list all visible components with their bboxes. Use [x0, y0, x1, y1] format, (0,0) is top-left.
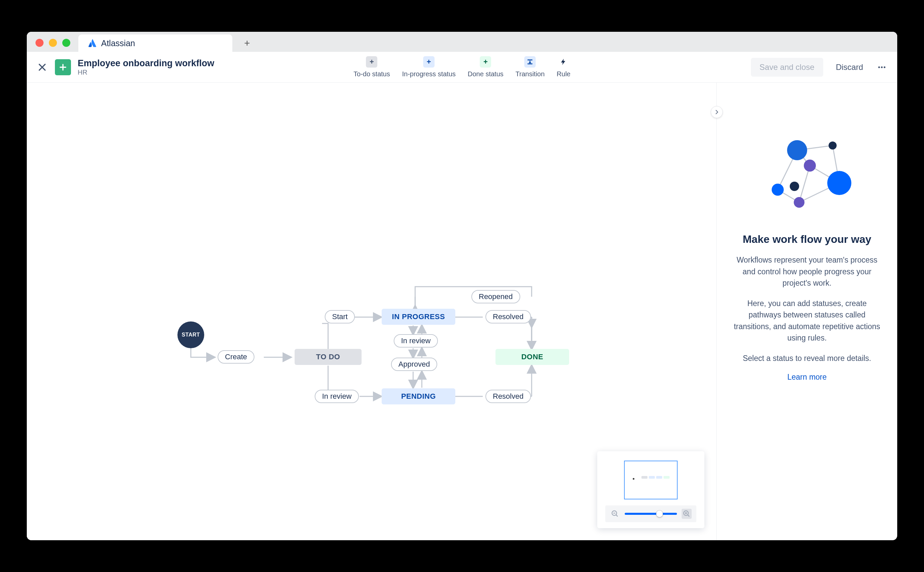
transition-approved[interactable]: Approved	[391, 358, 437, 371]
transition-start[interactable]: Start	[325, 310, 355, 323]
workflow-illustration	[757, 136, 857, 223]
learn-more-link[interactable]: Learn more	[787, 373, 827, 382]
lightning-icon	[558, 56, 569, 68]
svg-point-1	[881, 66, 882, 68]
zoom-out-button[interactable]	[610, 509, 620, 519]
status-todo[interactable]: TO DO	[294, 349, 361, 365]
status-in-progress[interactable]: IN PROGRESS	[382, 309, 455, 325]
transition-in-review-top[interactable]: In review	[394, 334, 438, 348]
svg-point-15	[804, 160, 816, 172]
plus-icon: +	[366, 56, 377, 68]
add-rule-button[interactable]: Rule	[557, 56, 570, 78]
transition-reopened[interactable]: Reopened	[471, 290, 520, 303]
window-controls	[36, 39, 70, 47]
svg-point-14	[829, 141, 837, 149]
zoom-controls	[605, 505, 697, 522]
add-todo-status-button[interactable]: + To-do status	[354, 56, 390, 78]
svg-point-19	[794, 197, 804, 208]
zoom-slider-thumb[interactable]	[656, 510, 663, 517]
status-done[interactable]: DONE	[496, 349, 569, 365]
atlassian-logo-icon	[88, 39, 97, 48]
plus-icon	[243, 39, 251, 47]
start-node[interactable]: START	[178, 322, 204, 348]
zoom-out-icon	[611, 510, 619, 518]
close-editor-button[interactable]	[36, 61, 48, 73]
zoom-slider[interactable]	[625, 513, 677, 515]
editor-toolbar: + To-do status + In-progress status + Do…	[354, 56, 570, 78]
more-actions-button[interactable]	[876, 61, 888, 73]
panel-paragraph: Here, you can add statuses, create pathw…	[729, 298, 885, 344]
minimap	[597, 451, 704, 528]
plus-icon	[58, 62, 68, 72]
panel-paragraph: Select a status to reveal more details.	[740, 353, 875, 364]
transition-create[interactable]: Create	[218, 350, 254, 364]
workflow-canvas[interactable]: START Create Start In review Approved In…	[27, 82, 717, 540]
new-tab-button[interactable]	[242, 39, 252, 48]
workflow-title: Employee onboarding workflow	[78, 58, 214, 68]
collapse-panel-button[interactable]	[711, 106, 723, 118]
window-maximize-icon[interactable]	[62, 39, 70, 47]
tab-title: Atlassian	[101, 39, 135, 48]
transition-resolved-top[interactable]: Resolved	[485, 310, 531, 323]
dots-horizontal-icon	[877, 62, 887, 72]
transition-in-review-bottom[interactable]: In review	[315, 390, 359, 403]
window-close-icon[interactable]	[36, 39, 44, 47]
zoom-in-button[interactable]	[682, 509, 692, 519]
side-panel: Make work flow your way Workflows repres…	[717, 82, 897, 540]
zoom-in-icon	[682, 510, 691, 518]
close-icon	[37, 62, 47, 72]
status-pending[interactable]: PENDING	[382, 389, 455, 404]
transition-icon	[524, 56, 536, 68]
svg-point-16	[772, 183, 784, 196]
add-transition-button[interactable]: Transition	[516, 56, 545, 78]
discard-button[interactable]: Discard	[830, 59, 869, 76]
browser-tab-bar: Atlassian	[27, 32, 897, 52]
editor-header: Employee onboarding workflow HR + To-do …	[27, 52, 897, 82]
plus-icon: +	[480, 56, 491, 68]
project-avatar	[55, 59, 71, 75]
svg-point-0	[878, 66, 880, 68]
window-minimize-icon[interactable]	[49, 39, 57, 47]
browser-tab[interactable]: Atlassian	[78, 34, 232, 52]
workflow-project: HR	[78, 68, 214, 76]
plus-icon: +	[423, 56, 435, 68]
svg-point-2	[884, 66, 885, 68]
chevron-right-icon	[714, 109, 720, 115]
minimap-viewport[interactable]	[624, 461, 678, 499]
transition-resolved-bottom[interactable]: Resolved	[485, 390, 531, 403]
panel-paragraph: Workflows represent your team's process …	[729, 254, 885, 289]
add-done-status-button[interactable]: + Done status	[468, 56, 503, 78]
svg-point-13	[787, 140, 807, 160]
svg-point-17	[790, 182, 799, 191]
add-inprogress-status-button[interactable]: + In-progress status	[402, 56, 456, 78]
panel-title: Make work flow your way	[743, 233, 871, 246]
svg-point-18	[827, 171, 851, 195]
save-button[interactable]: Save and close	[751, 58, 823, 76]
